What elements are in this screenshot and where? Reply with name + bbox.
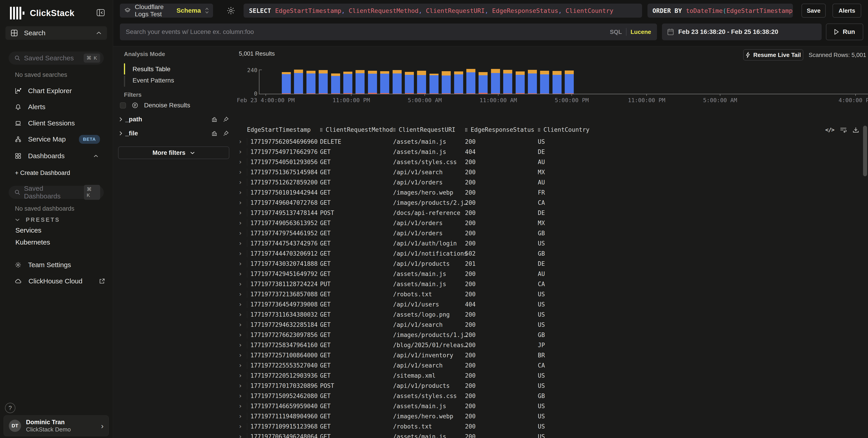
denoise-checkbox[interactable] — [120, 102, 126, 108]
sidebar-item-service-map[interactable]: Service Map BETA — [5, 133, 107, 145]
table-row[interactable]: › 1771977225553527040 GET /api/v1/search… — [235, 360, 863, 370]
row-expand-chevron[interactable]: › — [235, 240, 247, 247]
row-expand-chevron[interactable]: › — [235, 250, 247, 257]
search-input[interactable]: Search your events w/ Lucene ex. column:… — [120, 24, 657, 40]
preset-kubernetes[interactable]: Kubernetes — [16, 238, 50, 246]
histogram-bar[interactable] — [319, 70, 328, 94]
sidebar-item-clickhouse-cloud[interactable]: ClickHouse Cloud — [5, 275, 107, 287]
table-row[interactable]: › 1771977372136857088 GET /robots.txt 20… — [235, 289, 863, 299]
histogram-bar[interactable] — [331, 73, 340, 94]
column-header[interactable]: ClientCountry — [538, 126, 868, 133]
column-header[interactable]: EdgeResponseStatus — [465, 126, 538, 133]
table-row[interactable]: › 1771977111948904960 GET /images/hero.w… — [235, 411, 863, 421]
table-row[interactable]: › 1771977501019442944 GET /images/hero.w… — [235, 188, 863, 198]
row-expand-chevron[interactable]: › — [235, 392, 247, 400]
histogram-bar[interactable] — [478, 72, 488, 94]
sidebar-item-dashboards[interactable]: Dashboards — [5, 150, 107, 162]
row-expand-chevron[interactable]: › — [235, 158, 247, 166]
sidebar-item-client-sessions[interactable]: Client Sessions — [5, 117, 107, 129]
row-expand-chevron[interactable]: › — [235, 423, 247, 430]
row-expand-chevron[interactable]: › — [235, 433, 247, 438]
row-expand-chevron[interactable]: › — [235, 280, 247, 288]
histogram-bar[interactable] — [430, 74, 438, 94]
row-expand-chevron[interactable]: › — [235, 189, 247, 196]
table-row[interactable]: › 1771977495137478144 POST /docs/api-ref… — [235, 208, 863, 218]
column-header[interactable]: EdgeStartTimestamp — [247, 126, 320, 133]
table-row[interactable]: › 1771977257100864000 GET /api/v1/invent… — [235, 350, 863, 360]
save-button[interactable]: Save — [802, 4, 826, 18]
table-row[interactable]: › 1771977294632285184 GET /api/v1/search… — [235, 319, 863, 330]
sidebar-item-alerts[interactable]: Alerts — [5, 101, 107, 113]
row-expand-chevron[interactable]: › — [235, 402, 247, 410]
histogram-bar[interactable] — [528, 70, 537, 94]
drag-handle-icon[interactable] — [465, 128, 467, 132]
pin-icon[interactable] — [223, 130, 229, 136]
more-filters-button[interactable]: More filters — [118, 146, 229, 159]
row-expand-chevron[interactable]: › — [235, 321, 247, 328]
table-row[interactable]: › 1771977540501293056 GET /assets/styles… — [235, 157, 863, 167]
collapse-sidebar-icon[interactable] — [97, 9, 105, 16]
table-row[interactable]: › 1771977444703206912 GET /api/v1/notifi… — [235, 248, 863, 259]
table-row[interactable]: › 1771977150952462080 GET /assets/styles… — [235, 391, 863, 401]
histogram-bar[interactable] — [380, 71, 389, 94]
denoise-results-row[interactable]: Denoise Results — [120, 102, 190, 109]
histogram-bar[interactable] — [393, 70, 402, 94]
row-expand-chevron[interactable]: › — [235, 209, 247, 216]
column-header[interactable]: ClientRequestMethod — [320, 126, 393, 133]
row-expand-chevron[interactable]: › — [235, 331, 247, 339]
source-settings-gear-icon[interactable] — [227, 6, 235, 15]
lucene-toggle[interactable]: Lucene — [630, 29, 651, 35]
source-selector[interactable]: Cloudflare Logs Test Schema — [120, 4, 213, 18]
select-clause-editor[interactable]: SELECT EdgeStartTimestamp, ClientRequest… — [244, 4, 642, 18]
row-expand-chevron[interactable]: › — [235, 412, 247, 420]
table-row[interactable]: › 1771977512627859200 GET /api/v1/orders… — [235, 177, 863, 188]
sidebar-item-search[interactable]: Search — [5, 26, 107, 40]
histogram-bar[interactable] — [540, 71, 549, 94]
histogram-bar[interactable] — [503, 70, 512, 94]
histogram-bar[interactable] — [355, 70, 365, 94]
table-row[interactable]: › 1771977170170320896 POST /api/v1/produ… — [235, 380, 863, 391]
mode-results-table[interactable]: Results Table — [132, 66, 170, 73]
row-expand-chevron[interactable]: › — [235, 229, 247, 237]
table-row[interactable]: › 1771977258347964160 GET /blog/2025/01/… — [235, 340, 863, 350]
alerts-button[interactable]: Alerts — [833, 4, 861, 18]
row-expand-chevron[interactable]: › — [235, 138, 247, 145]
table-row[interactable]: › 1771977220512903936 GET /sitemap.xml 2… — [235, 370, 863, 380]
row-expand-chevron[interactable]: › — [235, 301, 247, 308]
histogram-bar[interactable] — [343, 72, 352, 94]
filter-field-file[interactable]: _file — [119, 130, 229, 137]
histogram-bar[interactable] — [368, 71, 377, 94]
presets-section-toggle[interactable]: PRESETS — [15, 216, 60, 223]
table-row[interactable]: › 1771977430320741888 GET /api/v1/produc… — [235, 259, 863, 269]
row-expand-chevron[interactable]: › — [235, 351, 247, 359]
download-icon[interactable] — [852, 127, 859, 133]
row-expand-chevron[interactable]: › — [235, 382, 247, 390]
help-button[interactable]: ? — [5, 403, 16, 413]
table-row[interactable]: › 1771977513675145984 GET /api/v1/search… — [235, 167, 863, 177]
table-row[interactable]: › 1771977479754461952 GET /api/v1/orders… — [235, 228, 863, 238]
bar-chart-icon[interactable] — [212, 116, 218, 122]
histogram-bar[interactable] — [306, 71, 315, 94]
create-dashboard-button[interactable]: + Create Dashboard — [15, 169, 70, 176]
table-row[interactable]: › 1771977429451649792 GET /assets/main.j… — [235, 269, 863, 279]
table-row[interactable]: › 1771977109915123968 GET /robots.txt 20… — [235, 421, 863, 432]
histogram-bar[interactable] — [516, 71, 525, 94]
row-expand-chevron[interactable]: › — [235, 372, 247, 379]
row-expand-chevron[interactable]: › — [235, 199, 247, 206]
histogram-bar[interactable] — [442, 71, 451, 94]
histogram-plot[interactable] — [235, 64, 868, 94]
drag-handle-icon[interactable] — [320, 128, 322, 132]
date-range-picker[interactable]: Feb 23 16:38:20 - Feb 25 16:38:20 — [662, 24, 822, 40]
histogram-bar[interactable] — [565, 70, 574, 94]
user-menu[interactable]: DT Dominic Tran ClickStack Demo › — [4, 415, 109, 436]
scrollbar-thumb[interactable] — [863, 126, 867, 176]
filter-field-path[interactable]: _path — [119, 116, 229, 123]
code-view-icon[interactable]: </> — [825, 127, 834, 133]
row-expand-chevron[interactable]: › — [235, 148, 247, 156]
histogram-bar[interactable] — [417, 71, 426, 94]
sidebar-item-team-settings[interactable]: Team Settings — [5, 259, 107, 271]
run-button[interactable]: Run — [826, 24, 863, 40]
table-row[interactable]: › 1771977146659959040 GET /assets/main.j… — [235, 401, 863, 411]
row-expand-chevron[interactable]: › — [235, 219, 247, 227]
histogram-bar[interactable] — [553, 71, 562, 94]
